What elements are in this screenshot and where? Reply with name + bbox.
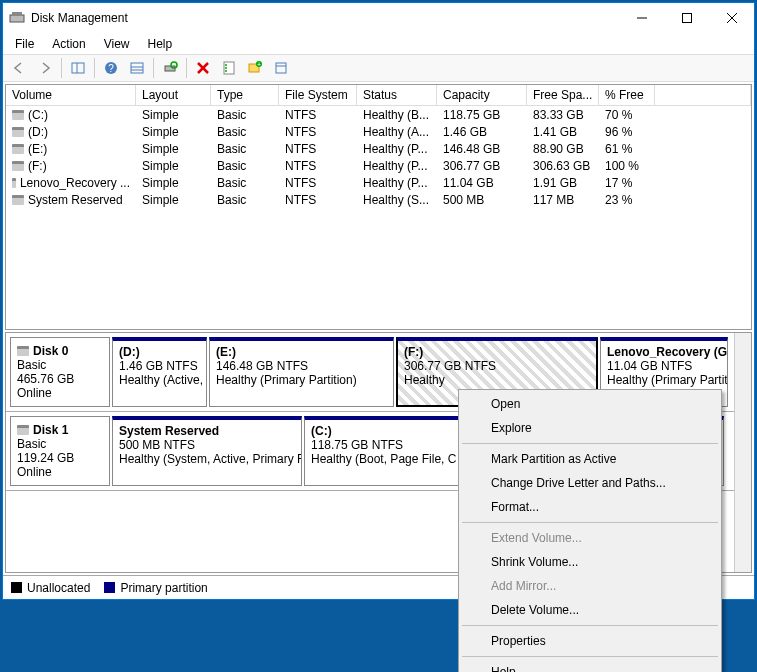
menu-view[interactable]: View: [96, 35, 138, 53]
disk-label[interactable]: Disk 0Basic465.76 GBOnline: [10, 337, 110, 407]
back-button[interactable]: [7, 56, 31, 80]
disk-icon: [17, 425, 29, 435]
volume-table[interactable]: VolumeLayoutTypeFile SystemStatusCapacit…: [5, 84, 752, 330]
table-cell: NTFS: [279, 193, 357, 207]
menu-action[interactable]: Action: [44, 35, 93, 53]
maximize-button[interactable]: [664, 3, 709, 33]
svg-point-18: [225, 64, 227, 66]
volume-icon: [12, 161, 24, 171]
disk-label[interactable]: Disk 1Basic119.24 GBOnline: [10, 416, 110, 486]
column-header[interactable]: Type: [211, 85, 279, 105]
table-cell: 306.63 GB: [527, 159, 599, 173]
context-menu-item[interactable]: Properties: [461, 629, 719, 653]
disk-management-icon: [9, 10, 25, 26]
refresh-button[interactable]: [158, 56, 182, 80]
context-menu-item[interactable]: Delete Volume...: [461, 598, 719, 622]
context-menu-item[interactable]: Change Drive Letter and Paths...: [461, 471, 719, 495]
forward-button[interactable]: [33, 56, 57, 80]
table-cell: NTFS: [279, 159, 357, 173]
unallocated-swatch: [11, 582, 22, 593]
table-view-button[interactable]: [125, 56, 149, 80]
table-cell: NTFS: [279, 176, 357, 190]
table-cell: 83.33 GB: [527, 108, 599, 122]
delete-button[interactable]: [191, 56, 215, 80]
table-row[interactable]: (F:)SimpleBasicNTFSHealthy (P...306.77 G…: [6, 157, 751, 174]
table-cell: 1.41 GB: [527, 125, 599, 139]
svg-rect-3: [682, 14, 691, 23]
column-header[interactable]: Volume: [6, 85, 136, 105]
table-row[interactable]: (D:)SimpleBasicNTFSHealthy (A...1.46 GB1…: [6, 123, 751, 140]
table-row[interactable]: (C:)SimpleBasicNTFSHealthy (B...118.75 G…: [6, 106, 751, 123]
legend-primary: Primary partition: [104, 581, 207, 595]
svg-rect-6: [72, 63, 84, 73]
table-cell: Simple: [136, 176, 211, 190]
disk-icon: [17, 346, 29, 356]
table-cell: (C:): [6, 108, 136, 122]
table-cell: 306.77 GB: [437, 159, 527, 173]
svg-point-20: [225, 70, 227, 72]
table-cell: 11.04 GB: [437, 176, 527, 190]
vertical-scrollbar[interactable]: [734, 333, 751, 572]
menu-help[interactable]: Help: [140, 35, 181, 53]
toolbar-separator: [186, 58, 187, 78]
table-cell: Simple: [136, 142, 211, 156]
svg-text:?: ?: [108, 63, 114, 74]
minimize-button[interactable]: [619, 3, 664, 33]
table-cell: System Reserved: [6, 193, 136, 207]
context-menu-item[interactable]: Explore: [461, 416, 719, 440]
format-button[interactable]: [269, 56, 293, 80]
menubar: File Action View Help: [3, 33, 754, 54]
table-row[interactable]: Lenovo_Recovery ...SimpleBasicNTFSHealth…: [6, 174, 751, 191]
volume-icon: [12, 178, 16, 188]
table-cell: Simple: [136, 159, 211, 173]
table-cell: NTFS: [279, 125, 357, 139]
show-hide-console-button[interactable]: [66, 56, 90, 80]
table-cell: (F:): [6, 159, 136, 173]
help-button[interactable]: ?: [99, 56, 123, 80]
volume-icon: [12, 195, 24, 205]
svg-point-19: [225, 67, 227, 69]
table-cell: 17 %: [599, 176, 655, 190]
window-controls: [619, 3, 754, 33]
table-cell: Simple: [136, 193, 211, 207]
primary-swatch: [104, 582, 115, 593]
table-cell: Basic: [211, 159, 279, 173]
context-menu-item[interactable]: Mark Partition as Active: [461, 447, 719, 471]
svg-rect-1: [12, 12, 22, 16]
table-cell: Healthy (P...: [357, 142, 437, 156]
volume-icon: [12, 110, 24, 120]
table-body: (C:)SimpleBasicNTFSHealthy (B...118.75 G…: [6, 106, 751, 208]
table-row[interactable]: System ReservedSimpleBasicNTFSHealthy (S…: [6, 191, 751, 208]
column-header[interactable]: File System: [279, 85, 357, 105]
column-header[interactable]: Free Spa...: [527, 85, 599, 105]
table-cell: 23 %: [599, 193, 655, 207]
new-volume-button[interactable]: +: [243, 56, 267, 80]
toolbar-separator: [94, 58, 95, 78]
column-header[interactable]: % Free: [599, 85, 655, 105]
partition[interactable]: System Reserved500 MB NTFSHealthy (Syste…: [112, 416, 302, 486]
context-menu[interactable]: OpenExploreMark Partition as ActiveChang…: [458, 389, 722, 672]
titlebar[interactable]: Disk Management: [3, 3, 754, 33]
partition[interactable]: (D:)1.46 GB NTFSHealthy (Active, P: [112, 337, 207, 407]
close-button[interactable]: [709, 3, 754, 33]
context-menu-item[interactable]: Shrink Volume...: [461, 550, 719, 574]
table-row[interactable]: (E:)SimpleBasicNTFSHealthy (P...146.48 G…: [6, 140, 751, 157]
table-cell: Basic: [211, 125, 279, 139]
table-cell: NTFS: [279, 108, 357, 122]
properties-button[interactable]: [217, 56, 241, 80]
menu-file[interactable]: File: [7, 35, 42, 53]
column-header[interactable]: Layout: [136, 85, 211, 105]
table-cell: 96 %: [599, 125, 655, 139]
context-menu-item[interactable]: Open: [461, 392, 719, 416]
table-cell: Simple: [136, 108, 211, 122]
column-header-filler: [655, 85, 751, 105]
svg-rect-24: [276, 63, 286, 73]
column-header[interactable]: Capacity: [437, 85, 527, 105]
volume-icon: [12, 127, 24, 137]
context-menu-item[interactable]: Format...: [461, 495, 719, 519]
context-menu-item[interactable]: Help: [461, 660, 719, 672]
table-cell: 500 MB: [437, 193, 527, 207]
legend-unallocated-label: Unallocated: [27, 581, 90, 595]
partition[interactable]: (E:)146.48 GB NTFSHealthy (Primary Parti…: [209, 337, 394, 407]
column-header[interactable]: Status: [357, 85, 437, 105]
